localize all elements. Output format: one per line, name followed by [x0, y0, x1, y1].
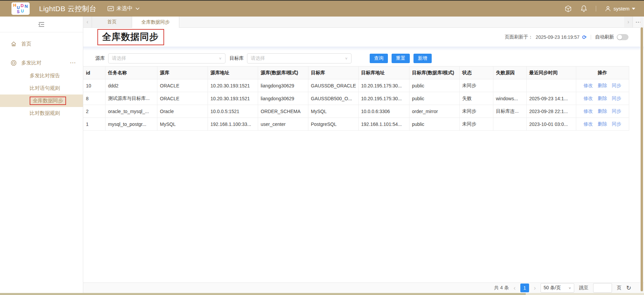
app-title: LightDB 云控制台 — [39, 4, 97, 14]
refresh-icon[interactable]: ⟳ — [582, 34, 587, 41]
cell-name: ddd2 — [105, 79, 157, 92]
action-link[interactable]: 删除 — [598, 121, 607, 127]
user-menu[interactable]: system — [605, 6, 635, 12]
sync-tasks-table: id任务名称源库源库地址源库(数据库/模式)目标库目标库地址目标库(数据库/模式… — [83, 66, 629, 131]
sidebar-item-home[interactable]: 首页 — [0, 37, 83, 51]
reset-button[interactable]: 重置 — [392, 54, 410, 63]
cell-dst: GAUSSDB500_O... — [308, 92, 358, 105]
cell-src_db: liangdong30629 — [258, 79, 308, 92]
page-size-select[interactable]: 50 条/页 ∨ — [541, 283, 574, 293]
collapse-sidebar-button[interactable] — [0, 17, 83, 32]
chevron-right-icon: › — [627, 19, 629, 25]
sidebar-item-compare-statement-rules[interactable]: 比对语句规则 — [0, 82, 83, 95]
column-header: 源库 — [157, 66, 208, 79]
jump-page-input[interactable] — [593, 283, 612, 293]
action-link[interactable]: 同步 — [612, 96, 621, 101]
column-header: 目标库地址 — [358, 66, 409, 79]
tabs-scroll-left-button[interactable]: ‹ — [83, 17, 92, 27]
cell-status: 未同步 — [459, 118, 493, 131]
column-header: 源库地址 — [208, 66, 258, 79]
action-link[interactable]: 删除 — [598, 83, 607, 88]
app-header: H U D S U N LightDB 云控制台 未选中 — [0, 0, 644, 17]
sidebar-item-label: 比对语句规则 — [30, 85, 60, 91]
vertical-scrollbar[interactable] — [640, 17, 643, 293]
sidebar-group-multi-compare[interactable]: 多发比对 ⋯ — [0, 56, 83, 70]
column-header: 目标库 — [308, 66, 358, 79]
chevron-down-icon: ∨ — [219, 56, 222, 60]
target-db-select[interactable]: 请选择 ∨ — [247, 53, 351, 63]
horizontal-scrollbar[interactable] — [0, 293, 644, 295]
cell-dst_db: public — [409, 79, 459, 92]
caret-down-icon — [632, 8, 635, 10]
sidebar-group-label: 多发比对 — [21, 60, 41, 66]
column-header: id — [83, 66, 105, 79]
chevron-left-icon: ‹ — [87, 19, 88, 25]
query-button[interactable]: 查询 — [370, 54, 388, 63]
workspace-selector[interactable]: 未选中 — [108, 5, 140, 12]
cell-src_db: user_center — [258, 118, 308, 131]
table-body: 10ddd2ORACLE10.20.30.193:1521liangdong30… — [83, 79, 629, 131]
add-button[interactable]: 新增 — [413, 54, 432, 63]
auto-refresh-toggle[interactable] — [617, 34, 628, 40]
table-row: 8测试源库与目标库...ORACLE10.20.30.193:1521liang… — [83, 92, 629, 105]
column-header: 任务名称 — [105, 66, 157, 79]
sidebar-item-multi-compare-report[interactable]: 多发比对报告 — [0, 70, 83, 82]
cell-src_addr: 192.168.1.100:33... — [208, 118, 258, 131]
next-page-button[interactable]: › — [534, 285, 536, 291]
sidebar-item-label: 多发比对报告 — [30, 73, 60, 79]
cell-last_sync — [526, 79, 576, 92]
cell-id: 8 — [83, 92, 105, 105]
auto-refresh-label: 自动刷新 — [595, 34, 614, 40]
cell-last_sync: 2023-09-28 22:1... — [526, 105, 576, 118]
refresh-prefix: 页面刷新于： — [505, 34, 533, 40]
row-actions: 修改删除同步 — [576, 92, 629, 105]
pagination-bar: 共 4 条 ‹ 1 › 50 条/页 ∨ 跳至 页 ↻ — [83, 283, 644, 293]
toggle-knob — [617, 35, 622, 39]
hundsun-logo: H U D S U N — [11, 2, 30, 15]
sidebar-item-label: 全库数据同步 — [33, 98, 63, 103]
tab-full-db-sync[interactable]: 全库数据同步 — [132, 17, 179, 28]
sidebar: 首页 多发比对 ⋯ 多发比对报告 比对语句规则 — [0, 17, 83, 295]
action-link[interactable]: 修改 — [584, 121, 593, 127]
action-link[interactable]: 删除 — [598, 96, 607, 101]
workspace-label: 未选中 — [117, 5, 133, 12]
source-db-select[interactable]: 请选择 ∨ — [108, 53, 225, 63]
sidebar-item-full-db-sync[interactable]: 全库数据同步 — [0, 95, 83, 107]
logo-letter: N — [25, 4, 28, 8]
table-header-row: id任务名称源库源库地址源库(数据库/模式)目标库目标库地址目标库(数据库/模式… — [83, 66, 629, 79]
refresh-info: 页面刷新于： 2025-09-23 16:19:57 ⟳ 自动刷新 — [505, 34, 628, 41]
cell-last_sync: 2023-10-01 03:0... — [526, 118, 576, 131]
tab-home[interactable]: 首页 — [92, 17, 132, 27]
menu-fold-icon — [38, 22, 45, 27]
action-link[interactable]: 删除 — [598, 108, 607, 114]
cell-src_addr: 10.20.30.193:1521 — [208, 79, 258, 92]
action-link[interactable]: 修改 — [584, 83, 593, 88]
tabs-scroll-right-button[interactable]: › — [624, 17, 633, 27]
apps-cube-icon[interactable] — [564, 5, 572, 12]
action-link[interactable]: 同步 — [612, 108, 621, 114]
current-page-button[interactable]: 1 — [520, 284, 529, 292]
cell-status: 失败 — [459, 92, 493, 105]
action-link[interactable]: 修改 — [584, 96, 593, 101]
cell-dst: MySQL — [308, 105, 358, 118]
action-link[interactable]: 同步 — [612, 83, 621, 88]
reload-icon[interactable]: ↻ — [626, 284, 631, 292]
sidebar-item-label: 比对数据规则 — [30, 110, 60, 116]
cell-dst: GAUSSDB_ORACLE — [308, 79, 358, 92]
notifications-bell-icon[interactable] — [581, 5, 587, 12]
action-link[interactable]: 同步 — [612, 121, 621, 127]
cell-dst: PostgreSQL — [308, 118, 358, 131]
vertical-scrollbar-thumb[interactable] — [641, 27, 643, 291]
cell-src_db: ORDER_SCHEMA — [258, 105, 308, 118]
sidebar-item-compare-data-rules[interactable]: 比对数据规则 — [0, 107, 83, 119]
logo-letter: H — [13, 3, 16, 7]
tab-label: 首页 — [107, 19, 117, 25]
action-link[interactable]: 修改 — [584, 108, 593, 114]
column-header: 操作 — [576, 66, 629, 79]
cell-dst_addr: 10.20.195.175:30... — [358, 92, 409, 105]
row-actions: 修改删除同步 — [576, 105, 629, 118]
prev-page-button[interactable]: ‹ — [514, 285, 516, 291]
more-dots-icon[interactable]: ⋯ — [70, 59, 83, 66]
cell-dst_addr: 192.168.1.101:54... — [358, 118, 409, 131]
horizontal-scrollbar-thumb[interactable] — [0, 293, 526, 295]
